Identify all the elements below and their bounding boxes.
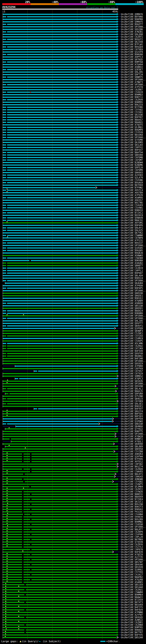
hit-bar[interactable]	[3, 340, 117, 342]
hit-bar[interactable]	[3, 524, 117, 525]
hit-label[interactable]: UniRef100_A5ARK5	[121, 581, 143, 584]
hit-label[interactable]: UniRef100_Q7Y0Z2	[121, 428, 143, 430]
hit-label[interactable]: UniRef100_A7Q404	[121, 63, 143, 66]
hit-bar[interactable]	[3, 489, 117, 490]
hit-label[interactable]: UniRef100_C4JB19	[121, 267, 143, 269]
hit-bar[interactable]	[34, 408, 117, 410]
hit-bar[interactable]	[3, 491, 117, 492]
hit-bar[interactable]	[3, 212, 117, 213]
hit-bar[interactable]	[3, 411, 117, 412]
hit-label[interactable]: UniRef100_Q9LJU5	[121, 320, 143, 322]
hit-label[interactable]: UniRef100_Q0Q5E1	[121, 294, 143, 297]
hit-bar[interactable]	[11, 441, 117, 442]
hit-bar[interactable]	[3, 288, 117, 289]
hit-label[interactable]: UniRef100_Q654A0	[121, 586, 143, 588]
hit-bar[interactable]	[3, 122, 117, 123]
hit-bar[interactable]	[3, 559, 117, 560]
hit-label[interactable]: UniRef100_A9PFC3	[121, 56, 143, 58]
hit-bar[interactable]	[3, 421, 112, 422]
hit-label[interactable]: UniRef100_B9FEX7	[121, 149, 143, 151]
hit-label[interactable]: UniRef100_A7QAB9	[121, 300, 143, 302]
hit-bar[interactable]	[3, 225, 117, 226]
hit-label[interactable]: UniRef100_UPI000..	[121, 280, 146, 282]
hit-label[interactable]: UniRef100_C6YXK9	[121, 400, 143, 402]
hit-label[interactable]: UniRef100_B9FK87	[121, 272, 143, 274]
hit-label[interactable]: UniRef100_A7Q2R8	[121, 578, 143, 581]
hit-bar[interactable]	[3, 82, 117, 83]
hit-label[interactable]: UniRef100_B8AAI4	[121, 310, 143, 312]
hit-label[interactable]: UniRef100_B8AXG7	[121, 118, 143, 121]
hit-label[interactable]: UniRef100_B9S2B9	[121, 518, 143, 521]
hit-label[interactable]: UniRef100_A7P8R0	[121, 365, 143, 367]
hit-label[interactable]: UniRef100_C0P382	[121, 463, 143, 465]
hit-bar[interactable]	[3, 207, 117, 208]
hit-label[interactable]: UniRef100_B4F839	[121, 551, 143, 553]
hit-bar[interactable]	[3, 303, 117, 304]
hit-bar[interactable]	[3, 350, 117, 352]
hit-bar[interactable]	[3, 102, 117, 103]
hit-label[interactable]: UniRef100_UPI000..	[121, 314, 146, 317]
hit-bar[interactable]	[3, 401, 117, 402]
hit-label[interactable]: UniRef100_C6ZRR1	[121, 621, 143, 624]
hit-bar[interactable]	[34, 370, 117, 372]
hit-label[interactable]: UniRef100_Q7XEV8	[121, 541, 143, 543]
hit-label[interactable]: UniRef100_UPI000..	[121, 558, 146, 561]
hit-label[interactable]: UniRef100_C6T929	[121, 372, 143, 375]
hit-label[interactable]: UniRef100_B9H1E1	[121, 405, 143, 408]
hit-label[interactable]: UniRef100_C5WV03	[121, 470, 143, 473]
hit-bar[interactable]	[3, 79, 117, 80]
hit-bar[interactable]	[3, 386, 115, 387]
hit-label[interactable]: UniRef100_Q9MAY5	[121, 20, 143, 23]
hit-bar[interactable]	[3, 619, 117, 620]
hit-bar[interactable]	[3, 325, 117, 326]
hit-bar[interactable]	[3, 248, 117, 248]
hit-bar[interactable]	[3, 255, 117, 256]
hit-label[interactable]: UniRef100_Q9LQQ8	[121, 33, 143, 36]
hit-bar[interactable]	[3, 268, 117, 269]
hit-bar[interactable]	[3, 624, 117, 626]
hit-bar[interactable]	[3, 280, 117, 281]
hit-label[interactable]: UniRef100_Q84NG6	[121, 425, 143, 428]
hit-bar[interactable]	[3, 461, 117, 462]
hit-label[interactable]: UniRef100_Q5NAV8	[121, 216, 143, 219]
hit-bar[interactable]	[3, 21, 117, 22]
hit-label[interactable]: UniRef100_A5C4M6	[121, 342, 143, 345]
hit-label[interactable]: UniRef100_UPI000..	[121, 78, 146, 81]
hit-bar[interactable]	[3, 348, 117, 349]
hit-label[interactable]: UniRef100_B0F5D5	[121, 412, 143, 415]
hit-bar[interactable]	[3, 486, 117, 487]
hit-bar[interactable]	[3, 360, 117, 362]
hit-label[interactable]: UniRef100_A7QEI0	[121, 553, 143, 556]
hit-label[interactable]: UniRef100_Q1PDW3	[121, 420, 143, 423]
hit-bar[interactable]	[15, 426, 117, 427]
hit-label[interactable]: UniRef100_B9MT68	[121, 61, 143, 63]
hit-bar[interactable]	[3, 240, 117, 241]
hit-label[interactable]: UniRef100_Q9LDZ5	[121, 229, 143, 232]
hit-label[interactable]: UniRef100_Q8H8T7	[121, 264, 143, 267]
hit-label[interactable]: UniRef100_A5AMX6	[121, 196, 143, 199]
hit-label[interactable]: UniRef100_Q9FUR0	[121, 392, 143, 395]
hit-bar[interactable]	[3, 232, 117, 234]
hit-bar[interactable]	[3, 227, 117, 228]
hit-bar[interactable]	[3, 14, 117, 15]
hit-bar[interactable]	[3, 72, 117, 73]
hit-label[interactable]: UniRef100_Q9FFD4	[121, 418, 143, 420]
hit-bar[interactable]	[3, 622, 117, 623]
hit-bar[interactable]	[3, 637, 117, 638]
hit-bar[interactable]	[3, 478, 117, 480]
hit-bar[interactable]	[3, 423, 99, 424]
hit-label[interactable]: UniRef100_B6SVK8	[121, 134, 143, 136]
hit-bar[interactable]	[3, 107, 117, 108]
hit-label[interactable]: UniRef100_A9TSM1	[121, 222, 143, 224]
hit-label[interactable]: UniRef100_C6ZRY2	[121, 488, 143, 490]
hit-label[interactable]: UniRef100_B9H5I4	[121, 277, 143, 280]
hit-label[interactable]: UniRef100_C5XGE0	[121, 204, 143, 206]
hit-bar[interactable]	[3, 632, 117, 633]
hit-bar[interactable]	[3, 237, 117, 238]
hit-label[interactable]: UniRef100_C6FDM7	[121, 159, 143, 161]
hit-label[interactable]: UniRef100_B0F5D3	[121, 415, 143, 418]
hit-bar[interactable]	[3, 343, 117, 344]
hit-label[interactable]: UniRef100_B8LKY1	[121, 473, 143, 476]
hit-bar[interactable]	[3, 44, 117, 45]
hit-bar[interactable]	[3, 521, 117, 522]
